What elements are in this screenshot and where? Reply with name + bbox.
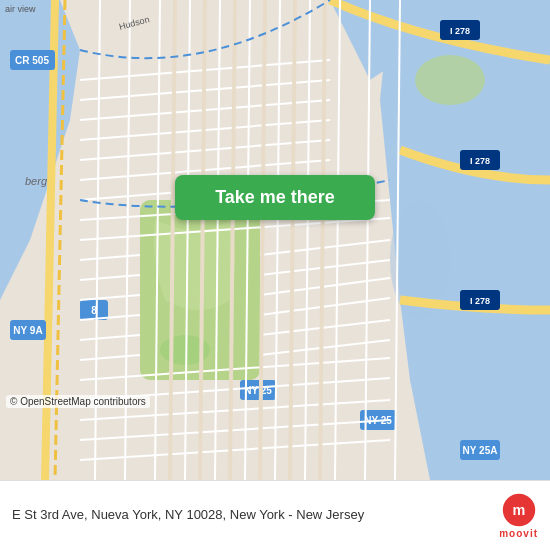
- footer: E St 3rd Ave, Nueva York, NY 10028, New …: [0, 480, 550, 550]
- svg-text:I 278: I 278: [470, 296, 490, 306]
- osm-attribution: © OpenStreetMap contributors: [6, 395, 150, 408]
- svg-text:NY 9A: NY 9A: [13, 325, 42, 336]
- svg-text:m: m: [512, 502, 525, 518]
- moovit-logo: m moovit: [499, 492, 538, 539]
- moovit-icon: m: [501, 492, 537, 528]
- svg-text:CR 505: CR 505: [15, 55, 49, 66]
- svg-text:berg: berg: [25, 175, 48, 187]
- moovit-label: moovit: [499, 528, 538, 539]
- svg-text:NY 25A: NY 25A: [463, 445, 498, 456]
- svg-text:I 278: I 278: [450, 26, 470, 36]
- svg-text:I 278: I 278: [470, 156, 490, 166]
- map-background: NY 9A 8 I 278 I 278 I 278 NY 25 NY 25 NY…: [0, 0, 550, 480]
- attribution-text: © OpenStreetMap contributors: [10, 396, 146, 407]
- map-container: NY 9A 8 I 278 I 278 I 278 NY 25 NY 25 NY…: [0, 0, 550, 480]
- address-text: E St 3rd Ave, Nueva York, NY 10028, New …: [12, 506, 489, 524]
- take-me-there-button[interactable]: Take me there: [175, 175, 375, 220]
- svg-text:air view: air view: [5, 4, 36, 14]
- svg-point-7: [415, 55, 485, 105]
